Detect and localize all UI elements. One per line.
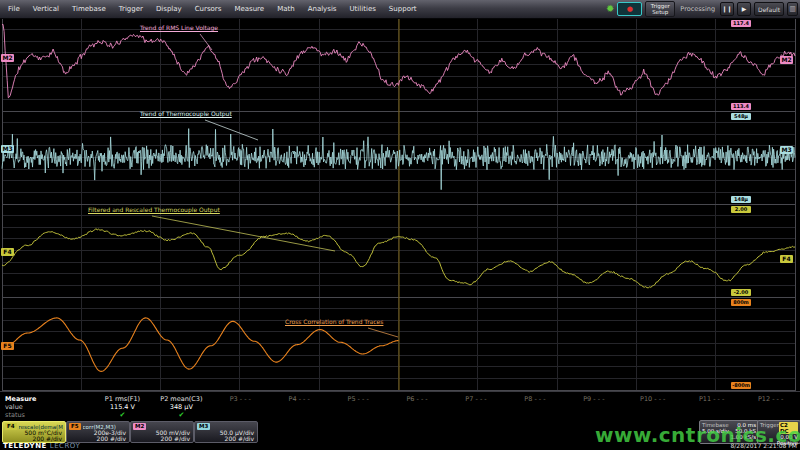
measure-value: [623, 403, 682, 411]
menu-item-measure[interactable]: Measure: [234, 5, 264, 13]
measure-label: P11 - - -: [682, 395, 741, 403]
measure-column-p6[interactable]: P6 - - -: [388, 392, 447, 421]
trace-offset-marker-m3-right[interactable]: M3: [780, 146, 793, 154]
measure-value: [564, 403, 623, 411]
scale-limit-tag-4: 148µ: [731, 196, 751, 203]
scale-limit-tag-6: -2.00: [731, 289, 751, 296]
measure-label: P12 - - -: [741, 395, 800, 403]
measure-value: [270, 403, 329, 411]
trace-annotation-1: Trend of RMS Line Voltage: [140, 24, 218, 31]
measure-label: P2 mean(C3): [152, 395, 211, 403]
measure-column-p3[interactable]: P3 - - -: [211, 392, 270, 421]
menu-item-display[interactable]: Display: [156, 5, 182, 13]
trace-offset-marker-f5-left[interactable]: F5: [1, 342, 14, 350]
trace-annotation-2: Trend of Thermocouple Output: [140, 110, 232, 117]
descriptor-box-m3[interactable]: M350.0 µV/div200 #/div: [194, 421, 258, 443]
annotation-leader-1: [200, 34, 212, 50]
trace-offset-marker-m2-right[interactable]: M2: [780, 56, 793, 64]
status-empty: [623, 411, 682, 419]
menu-item-vertical[interactable]: Vertical: [33, 5, 59, 13]
measure-column-p11[interactable]: P11 - - -: [682, 392, 741, 421]
menu-bar-items: FileVerticalTimebaseTriggerDisplayCursor…: [0, 5, 417, 13]
measure-table: Measure value status P1 rms(F1)115.4 V✔P…: [0, 391, 800, 421]
status-empty: [388, 411, 447, 419]
descriptor-box-m2[interactable]: M2500 mV/div200 #/div: [130, 421, 194, 443]
status-empty: [741, 411, 800, 419]
measure-column-p4[interactable]: P4 - - -: [270, 392, 329, 421]
menu-item-math[interactable]: Math: [277, 5, 295, 13]
measure-column-p2[interactable]: P2 mean(C3)348 µV✔: [152, 392, 211, 421]
measure-label: P10 - - -: [623, 395, 682, 403]
measure-value: [329, 403, 388, 411]
horizontal-scale: 200 #/div: [195, 436, 257, 442]
cross-correlation-trace: [2, 318, 399, 372]
trace-id-chip: M2: [133, 423, 146, 430]
scale-limit-tag-1: 117.4: [731, 20, 751, 27]
measure-label: P7 - - -: [447, 395, 506, 403]
menu-bar: FileVerticalTimebaseTriggerDisplayCursor…: [0, 0, 800, 19]
oscilloscope-screen: FileVerticalTimebaseTriggerDisplayCursor…: [0, 0, 800, 450]
measure-label: P8 - - -: [505, 395, 564, 403]
menu-item-file[interactable]: File: [8, 5, 20, 13]
annotation-leader-3: [152, 216, 335, 251]
trigger-record-button[interactable]: ●: [617, 2, 642, 16]
trace-offset-marker-m2-left[interactable]: M2: [1, 54, 14, 62]
status-empty: [447, 411, 506, 419]
menu-item-analysis[interactable]: Analysis: [308, 5, 337, 13]
status-empty: [211, 411, 270, 419]
trace-offset-marker-f4-right[interactable]: F4: [780, 255, 793, 263]
trace-annotation-3: Filtered and Rescaled Thermocouple Outpu…: [88, 206, 220, 213]
descriptor-box-f5[interactable]: F5corr(M2,M3)200e-3/div200 #/div: [66, 421, 130, 443]
measure-column-p9[interactable]: P9 - - -: [564, 392, 623, 421]
measure-columns: P1 rms(F1)115.4 V✔P2 mean(C3)348 µV✔P3 -…: [93, 392, 800, 421]
measure-value: [211, 403, 270, 411]
brand-main: TELEDYNE: [3, 442, 47, 450]
status-empty: [682, 411, 741, 419]
measure-column-p12[interactable]: P12 - - -: [741, 392, 800, 421]
scale-limit-tag-8: -800m: [731, 382, 751, 389]
play-button[interactable]: ▶: [737, 2, 751, 16]
status-ok-icon: ✔: [93, 411, 152, 419]
scale-limit-tag-2: 113.4: [731, 103, 751, 110]
brand-logo: TELEDYNE LECROY: [3, 442, 80, 450]
measure-column-p5[interactable]: P5 - - -: [329, 392, 388, 421]
measure-value: [388, 403, 447, 411]
trigger-setup-button[interactable]: Trigger Setup: [645, 1, 675, 17]
default-button[interactable]: Default: [754, 2, 784, 16]
menu-item-trigger[interactable]: Trigger: [119, 5, 143, 13]
measure-column-p10[interactable]: P10 - - -: [623, 392, 682, 421]
trace-offset-marker-f4-left[interactable]: F4: [1, 248, 14, 256]
processing-status: Processing: [680, 5, 715, 13]
measure-value: 115.4 V: [93, 403, 152, 411]
status-empty: [270, 411, 329, 419]
analysis-tool-icon[interactable]: ✹: [606, 2, 614, 16]
status-empty: [505, 411, 564, 419]
scale-limit-tag-7: 800m: [731, 299, 751, 306]
status-ok-icon: ✔: [152, 411, 211, 419]
menu-item-timebase[interactable]: Timebase: [72, 5, 106, 13]
measure-value: 348 µV: [152, 403, 211, 411]
trace-offset-marker-m3-left[interactable]: M3: [1, 145, 14, 153]
menu-item-utilities[interactable]: Utilities: [350, 5, 376, 13]
scale-limit-tag-3: 548µ: [731, 113, 751, 120]
menu-item-support[interactable]: Support: [389, 5, 417, 13]
measure-label: P1 rms(F1): [93, 395, 152, 403]
measure-column-p7[interactable]: P7 - - -: [447, 392, 506, 421]
scale-limit-tag-5: 2.00: [731, 206, 751, 213]
status-empty: [564, 411, 623, 419]
menu-item-cursors[interactable]: Cursors: [195, 5, 222, 13]
measure-label: P5 - - -: [329, 395, 388, 403]
pause-button[interactable]: ❙❙: [720, 2, 734, 16]
aux-grid-button[interactable]: ▥: [787, 2, 798, 16]
measure-label: P6 - - -: [388, 395, 447, 403]
measure-value: [447, 403, 506, 411]
measure-column-p1[interactable]: P1 rms(F1)115.4 V✔: [93, 392, 152, 421]
status-empty: [329, 411, 388, 419]
measure-label: P9 - - -: [564, 395, 623, 403]
descriptor-box-f4[interactable]: F4rescale(dema(M3))500 m°C/div200 #/div: [2, 421, 66, 443]
measure-value: [505, 403, 564, 411]
measure-table-title: Measure: [5, 395, 93, 403]
brand-sub: LECROY: [50, 442, 80, 450]
measure-column-p8[interactable]: P8 - - -: [505, 392, 564, 421]
watermark: www.cntronics.com: [595, 423, 800, 447]
